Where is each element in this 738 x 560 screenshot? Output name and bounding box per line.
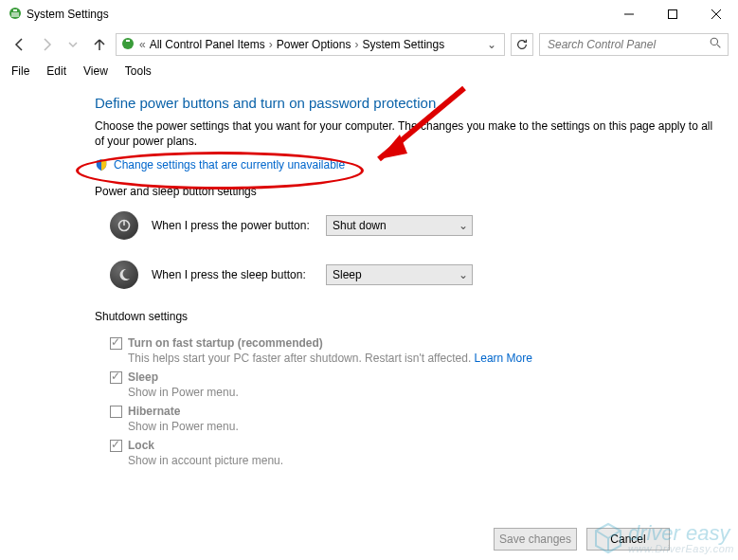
menu-file[interactable]: File (11, 64, 29, 78)
chevron-down-icon: ⌄ (459, 219, 468, 232)
breadcrumb-item-0[interactable]: All Control Panel Items (150, 38, 265, 51)
lock-sub: Show in account picture menu. (128, 454, 721, 467)
app-icon (8, 6, 23, 24)
power-icon (110, 211, 138, 240)
menu-edit[interactable]: Edit (46, 64, 66, 78)
breadcrumb-icon (120, 36, 135, 54)
minimize-button[interactable] (607, 0, 651, 28)
learn-more-link[interactable]: Learn More (475, 352, 532, 365)
shutdown-settings: Turn on fast startup (recommended) This … (95, 336, 721, 467)
page-title: Define power buttons and turn on passwor… (95, 95, 721, 111)
save-changes-button[interactable]: Save changes (494, 528, 577, 551)
page-subtext: Choose the power settings that you want … (95, 118, 721, 149)
menubar: File Edit View Tools (0, 61, 738, 85)
chevron-right-icon[interactable]: › (269, 38, 273, 51)
chevron-down-icon: ⌄ (459, 268, 468, 281)
navbar: « All Control Panel Items › Power Option… (0, 28, 738, 61)
sleep-label: Sleep (128, 370, 158, 384)
svg-line-16 (596, 531, 608, 538)
close-button[interactable] (694, 0, 738, 28)
watermark-sub: www.DriverEasy.com (628, 544, 734, 554)
refresh-button[interactable] (511, 33, 533, 56)
menu-view[interactable]: View (83, 64, 108, 78)
maximize-button[interactable] (651, 0, 694, 28)
sleep-button-select[interactable]: Sleep ⌄ (326, 264, 473, 285)
lock-row: Lock (110, 439, 721, 452)
watermark: driver easy www.DriverEasy.com (594, 522, 734, 554)
search-input[interactable] (539, 33, 729, 56)
chevron-down-icon[interactable]: ⌄ (483, 38, 500, 51)
fast-startup-sub: This helps start your PC faster after sh… (128, 352, 721, 365)
window-title: System Settings (23, 8, 607, 21)
breadcrumb[interactable]: « All Control Panel Items › Power Option… (116, 33, 505, 56)
fast-startup-checkbox[interactable] (110, 337, 122, 350)
fast-startup-row: Turn on fast startup (recommended) (110, 336, 721, 350)
power-button-value: Shut down (333, 219, 387, 232)
watermark-logo-icon (594, 522, 622, 554)
lock-label: Lock (128, 439, 154, 452)
shield-icon (95, 158, 108, 172)
recent-locations-button[interactable] (63, 34, 83, 55)
hibernate-row: Hibernate (110, 405, 721, 418)
chevron-right-icon[interactable]: › (354, 38, 358, 51)
menu-tools[interactable]: Tools (125, 64, 152, 78)
power-button-row: When I press the power button: Shut down… (110, 211, 721, 240)
up-button[interactable] (89, 34, 110, 55)
fast-startup-label: Turn on fast startup (recommended) (128, 336, 323, 350)
content: Define power buttons and turn on passwor… (95, 95, 721, 473)
section-power-sleep: Power and sleep button settings (95, 185, 721, 198)
search-field[interactable] (546, 37, 710, 52)
search-icon (710, 37, 722, 52)
breadcrumb-item-1[interactable]: Power Options (277, 38, 351, 51)
section-shutdown: Shutdown settings (95, 310, 721, 323)
sleep-button-label: When I press the sleep button: (152, 268, 313, 281)
breadcrumb-sep: « (139, 38, 146, 51)
sleep-row: Sleep (110, 370, 721, 384)
svg-line-10 (717, 45, 720, 47)
back-button[interactable] (9, 34, 30, 55)
change-settings-link[interactable]: Change settings that are currently unava… (114, 158, 345, 172)
power-button-select[interactable]: Shut down ⌄ (326, 215, 473, 236)
sleep-checkbox[interactable] (110, 371, 122, 384)
svg-rect-4 (669, 10, 677, 19)
svg-point-9 (711, 38, 717, 45)
hibernate-label: Hibernate (128, 405, 180, 418)
svg-rect-8 (126, 40, 130, 42)
moon-icon (110, 261, 138, 289)
sleep-button-value: Sleep (333, 268, 362, 281)
watermark-main: driver easy (628, 523, 734, 544)
breadcrumb-item-2[interactable]: System Settings (362, 38, 444, 51)
sleep-button-row: When I press the sleep button: Sleep ⌄ (110, 261, 721, 289)
power-button-label: When I press the power button: (152, 219, 313, 232)
svg-point-7 (122, 38, 134, 49)
change-settings-row: Change settings that are currently unava… (95, 158, 721, 172)
lock-checkbox[interactable] (110, 440, 122, 452)
forward-button[interactable] (36, 34, 57, 55)
hibernate-checkbox[interactable] (110, 406, 122, 418)
svg-rect-1 (13, 9, 17, 11)
svg-line-17 (608, 531, 621, 538)
hibernate-sub: Show in Power menu. (128, 420, 721, 433)
svg-rect-2 (11, 12, 19, 17)
titlebar: System Settings (0, 0, 738, 28)
sleep-sub: Show in Power menu. (128, 386, 721, 399)
